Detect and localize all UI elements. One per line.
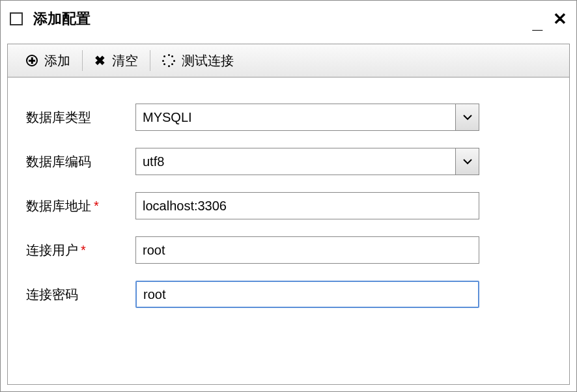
db-address-input[interactable]: [135, 192, 479, 219]
db-password-row: 连接密码: [26, 281, 551, 308]
chevron-down-icon: [463, 114, 472, 120]
db-encoding-label: 数据库编码: [26, 153, 135, 171]
clear-button[interactable]: ✖ 清空: [83, 44, 150, 77]
db-address-label: 数据库地址*: [26, 197, 135, 215]
test-connection-button[interactable]: 测试连接: [150, 44, 246, 77]
titlebar: 添加配置 _ ✕: [1, 1, 576, 37]
db-encoding-combo: [135, 148, 479, 175]
db-type-combo: [135, 104, 479, 131]
chevron-down-icon: [463, 158, 472, 165]
db-user-label: 连接用户*: [26, 242, 135, 259]
db-password-input[interactable]: [135, 281, 479, 308]
minimize-button[interactable]: _: [532, 14, 542, 32]
spinner-icon: [162, 54, 175, 67]
db-type-label: 数据库类型: [26, 109, 135, 126]
add-button[interactable]: 添加: [14, 44, 82, 77]
config-dialog: 添加配置 _ ✕ 添加 ✖ 清空: [0, 0, 577, 392]
add-button-label: 添加: [44, 52, 70, 70]
plus-circle-icon: [26, 55, 38, 66]
db-type-dropdown-button[interactable]: [456, 104, 479, 131]
db-type-input[interactable]: [135, 104, 456, 131]
test-button-label: 测试连接: [182, 52, 234, 70]
required-marker: *: [94, 199, 99, 213]
toolbar: 添加 ✖ 清空 测试连接: [7, 44, 570, 77]
db-address-row: 数据库地址*: [26, 192, 551, 219]
window-icon: [10, 12, 23, 25]
window-title: 添加配置: [33, 9, 532, 29]
db-user-row: 连接用户*: [26, 236, 551, 264]
close-button[interactable]: ✕: [553, 10, 567, 27]
db-encoding-input[interactable]: [135, 148, 456, 175]
db-password-label: 连接密码: [26, 286, 135, 303]
db-type-row: 数据库类型: [26, 104, 551, 131]
db-user-input[interactable]: [135, 236, 479, 264]
clear-button-label: 清空: [112, 52, 138, 70]
window-controls: _ ✕: [532, 10, 567, 28]
db-encoding-dropdown-button[interactable]: [456, 148, 479, 175]
db-encoding-row: 数据库编码: [26, 148, 551, 175]
x-icon: ✖: [94, 53, 106, 68]
form-content: 数据库类型 数据库编码 数据库地址*: [7, 77, 570, 385]
required-marker: *: [81, 243, 86, 257]
